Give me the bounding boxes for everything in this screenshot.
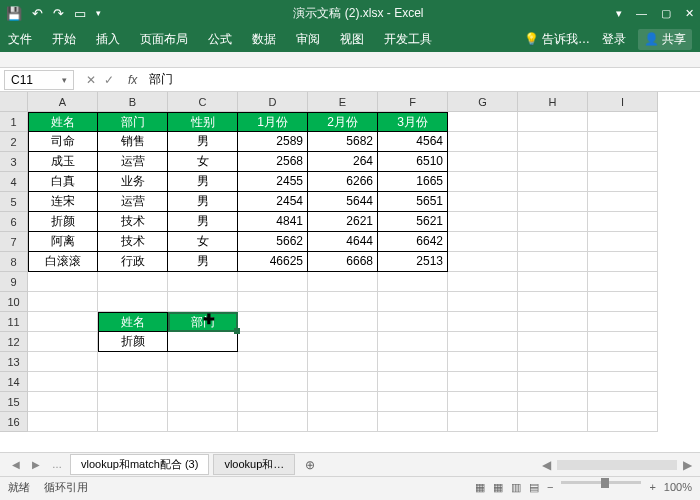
- cell-C7[interactable]: 女: [168, 232, 238, 252]
- chevron-down-icon[interactable]: ▾: [62, 75, 67, 85]
- cell-I3[interactable]: [588, 152, 658, 172]
- cell-E1[interactable]: 2月份: [308, 112, 378, 132]
- cell-I6[interactable]: [588, 212, 658, 232]
- enter-icon[interactable]: ✓: [104, 73, 114, 87]
- cell-G15[interactable]: [448, 392, 518, 412]
- cell-F4[interactable]: 1665: [378, 172, 448, 192]
- cell-D15[interactable]: [238, 392, 308, 412]
- cell-I13[interactable]: [588, 352, 658, 372]
- cell-G13[interactable]: [448, 352, 518, 372]
- cell-I1[interactable]: [588, 112, 658, 132]
- cell-F12[interactable]: [378, 332, 448, 352]
- cell-C14[interactable]: [168, 372, 238, 392]
- cell-F5[interactable]: 5651: [378, 192, 448, 212]
- cell-A16[interactable]: [28, 412, 98, 432]
- row-header-2[interactable]: 2: [0, 132, 28, 152]
- cell-C13[interactable]: [168, 352, 238, 372]
- sheet-nav-next-icon[interactable]: ▶: [28, 459, 44, 470]
- cell-F6[interactable]: 5621: [378, 212, 448, 232]
- cell-E2[interactable]: 5682: [308, 132, 378, 152]
- cell-H8[interactable]: [518, 252, 588, 272]
- row-header-8[interactable]: 8: [0, 252, 28, 272]
- cell-C3[interactable]: 女: [168, 152, 238, 172]
- cell-D16[interactable]: [238, 412, 308, 432]
- cell-F10[interactable]: [378, 292, 448, 312]
- cell-H7[interactable]: [518, 232, 588, 252]
- zoom-in-icon[interactable]: +: [649, 481, 655, 494]
- cell-I11[interactable]: [588, 312, 658, 332]
- cell-F3[interactable]: 6510: [378, 152, 448, 172]
- col-header-D[interactable]: D: [238, 92, 308, 112]
- row-header-6[interactable]: 6: [0, 212, 28, 232]
- cell-F9[interactable]: [378, 272, 448, 292]
- close-icon[interactable]: ✕: [685, 7, 694, 20]
- cell-H1[interactable]: [518, 112, 588, 132]
- row-header-7[interactable]: 7: [0, 232, 28, 252]
- cell-C4[interactable]: 男: [168, 172, 238, 192]
- cell-I10[interactable]: [588, 292, 658, 312]
- page-layout-view-icon[interactable]: ▥: [511, 481, 521, 494]
- cell-B5[interactable]: 运营: [98, 192, 168, 212]
- row-header-14[interactable]: 14: [0, 372, 28, 392]
- cell-C15[interactable]: [168, 392, 238, 412]
- zoom-out-icon[interactable]: −: [547, 481, 553, 494]
- cell-F15[interactable]: [378, 392, 448, 412]
- tab-file[interactable]: 文件: [8, 31, 32, 48]
- sheet-nav-more-icon[interactable]: …: [48, 459, 66, 470]
- cell-D5[interactable]: 2454: [238, 192, 308, 212]
- cell-H6[interactable]: [518, 212, 588, 232]
- tab-insert[interactable]: 插入: [96, 31, 120, 48]
- tab-formulas[interactable]: 公式: [208, 31, 232, 48]
- cell-E9[interactable]: [308, 272, 378, 292]
- cell-A10[interactable]: [28, 292, 98, 312]
- cell-H14[interactable]: [518, 372, 588, 392]
- cell-A11[interactable]: [28, 312, 98, 332]
- cell-E7[interactable]: 4644: [308, 232, 378, 252]
- share-button[interactable]: 👤共享: [638, 29, 692, 50]
- cell-F7[interactable]: 6642: [378, 232, 448, 252]
- tab-home[interactable]: 开始: [52, 31, 76, 48]
- cell-G4[interactable]: [448, 172, 518, 192]
- cell-G11[interactable]: [448, 312, 518, 332]
- cell-D6[interactable]: 4841: [238, 212, 308, 232]
- cell-F8[interactable]: 2513: [378, 252, 448, 272]
- cell-E16[interactable]: [308, 412, 378, 432]
- cell-D7[interactable]: 5662: [238, 232, 308, 252]
- cell-E10[interactable]: [308, 292, 378, 312]
- cell-A5[interactable]: 连宋: [28, 192, 98, 212]
- cell-C12[interactable]: [168, 332, 238, 352]
- row-header-4[interactable]: 4: [0, 172, 28, 192]
- cell-D1[interactable]: 1月份: [238, 112, 308, 132]
- cell-E13[interactable]: [308, 352, 378, 372]
- cell-D13[interactable]: [238, 352, 308, 372]
- cell-I2[interactable]: [588, 132, 658, 152]
- cell-D11[interactable]: [238, 312, 308, 332]
- cell-C8[interactable]: 男: [168, 252, 238, 272]
- cell-D9[interactable]: [238, 272, 308, 292]
- cell-H12[interactable]: [518, 332, 588, 352]
- cell-E8[interactable]: 6668: [308, 252, 378, 272]
- hscrollbar[interactable]: [557, 460, 677, 470]
- row-header-1[interactable]: 1: [0, 112, 28, 132]
- row-header-3[interactable]: 3: [0, 152, 28, 172]
- cell-B8[interactable]: 行政: [98, 252, 168, 272]
- hscroll-right-icon[interactable]: ▶: [683, 458, 692, 472]
- cell-E14[interactable]: [308, 372, 378, 392]
- cell-A1[interactable]: 姓名: [28, 112, 98, 132]
- cell-C10[interactable]: [168, 292, 238, 312]
- cell-G16[interactable]: [448, 412, 518, 432]
- cell-B10[interactable]: [98, 292, 168, 312]
- page-break-view-icon[interactable]: ▤: [529, 481, 539, 494]
- cell-C6[interactable]: 男: [168, 212, 238, 232]
- cell-H5[interactable]: [518, 192, 588, 212]
- cell-I14[interactable]: [588, 372, 658, 392]
- cell-G3[interactable]: [448, 152, 518, 172]
- cell-F14[interactable]: [378, 372, 448, 392]
- cell-E11[interactable]: [308, 312, 378, 332]
- name-box[interactable]: C11 ▾: [4, 70, 74, 90]
- sheet-tab-active[interactable]: vlookup和match配合 (3): [70, 454, 209, 475]
- cell-I5[interactable]: [588, 192, 658, 212]
- cell-B4[interactable]: 业务: [98, 172, 168, 192]
- col-header-G[interactable]: G: [448, 92, 518, 112]
- cell-H15[interactable]: [518, 392, 588, 412]
